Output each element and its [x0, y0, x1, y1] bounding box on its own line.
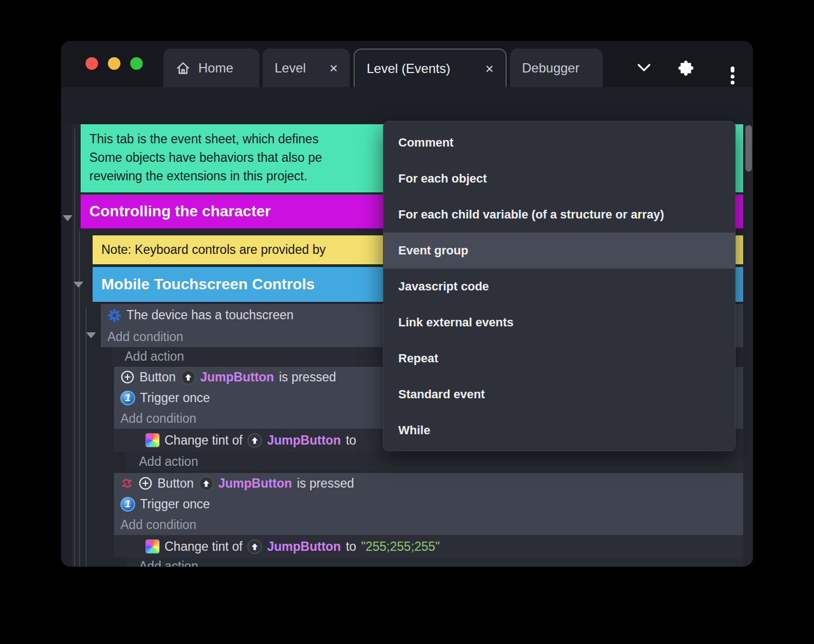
action-text: Change tint of	[165, 539, 242, 554]
menu-item-while[interactable]: While	[384, 412, 735, 448]
collapse-caret-icon[interactable]	[63, 215, 72, 221]
note-text: Note: Keyboard controls are provided by	[101, 242, 326, 257]
action-text: to	[346, 539, 356, 554]
addons-button[interactable]	[675, 56, 701, 80]
collapse-caret-icon[interactable]	[86, 332, 96, 338]
event-jumpbutton-not-pressed-block[interactable]: Button JumpButton is pressed 1 Trigger o…	[114, 473, 743, 535]
object-name: JumpButton	[267, 433, 341, 448]
tab-home[interactable]: Home	[163, 48, 259, 87]
tint-value: "255;255;255"	[361, 539, 440, 554]
jumpbutton-object-icon	[247, 433, 262, 448]
tint-palette-icon	[145, 433, 160, 447]
tab-level-events-label: Level (Events)	[367, 61, 450, 76]
jumpbutton-object-icon	[199, 476, 214, 491]
zoom-window-button[interactable]	[130, 57, 143, 70]
menu-item-javascript-code[interactable]: Javascript code	[384, 269, 735, 305]
add-condition-link[interactable]: Add condition	[114, 514, 743, 535]
kebab-menu-icon	[731, 66, 734, 70]
add-event-context-menu: Comment For each object For each child v…	[383, 121, 736, 451]
jumpbutton-object-icon	[181, 370, 196, 385]
vertical-scrollbar-thumb[interactable]	[745, 125, 752, 172]
add-action-link[interactable]: Add action	[126, 452, 743, 471]
trigger-once-icon: 1	[120, 497, 135, 512]
tab-bar: Home Level × Level (Events) × Debugger	[61, 41, 753, 87]
tab-level[interactable]: Level ×	[263, 48, 350, 87]
tab-home-label: Home	[198, 60, 233, 76]
jumpbutton-object-icon	[247, 539, 262, 554]
home-icon	[175, 60, 191, 76]
main-menu-button[interactable]	[719, 56, 745, 80]
tab-debugger[interactable]: Debugger	[510, 48, 603, 87]
chevron-down-icon	[635, 63, 653, 74]
condition-text: is pressed	[279, 370, 336, 385]
toolbar	[61, 87, 753, 124]
condition-text: Trigger once	[140, 497, 210, 512]
menu-item-repeat[interactable]: Repeat	[384, 341, 735, 376]
action-change-tint[interactable]: Change tint of JumpButton to "255;255;25…	[114, 535, 743, 558]
menu-item-link-external-events[interactable]: Link external events	[384, 305, 735, 341]
menu-item-event-group[interactable]: Event group	[384, 233, 735, 269]
close-window-button[interactable]	[86, 57, 98, 70]
tab-level-label: Level	[275, 60, 306, 76]
touch-gear-icon	[107, 308, 122, 323]
menu-item-comment[interactable]: Comment	[384, 125, 735, 161]
object-name: JumpButton	[267, 539, 341, 554]
trigger-once-icon: 1	[120, 391, 135, 405]
group-title: Mobile Touchscreen Controls	[101, 276, 315, 293]
indent-rail	[86, 307, 87, 567]
button-plugin-icon	[120, 370, 135, 384]
minimize-window-button[interactable]	[108, 57, 120, 70]
object-name: JumpButton	[201, 370, 274, 385]
action-text: to	[346, 433, 356, 448]
menu-item-for-each-object[interactable]: For each object	[384, 161, 735, 197]
indent-rail	[74, 129, 75, 567]
tab-list-dropdown-button[interactable]	[631, 56, 657, 80]
menu-item-for-each-child-variable[interactable]: For each child variable (of a structure …	[384, 197, 735, 233]
inverted-condition-icon	[120, 477, 133, 490]
add-action-link[interactable]: Add action	[126, 558, 743, 567]
tab-level-events[interactable]: Level (Events) ×	[354, 48, 507, 87]
tint-palette-icon	[145, 539, 160, 554]
group-title: Controlling the character	[89, 203, 271, 220]
menu-item-standard-event[interactable]: Standard event	[384, 376, 735, 412]
condition-text: is pressed	[297, 476, 354, 491]
collapse-caret-icon[interactable]	[74, 282, 83, 288]
tab-debugger-label: Debugger	[522, 60, 579, 76]
condition-text: The device has a touchscreen	[126, 308, 294, 323]
close-tab-icon[interactable]: ×	[330, 61, 338, 75]
condition-text: Trigger once	[140, 391, 210, 405]
sheet-gutter	[61, 124, 72, 567]
puzzle-icon	[678, 59, 697, 77]
action-text: Change tint of	[165, 433, 242, 448]
app-window: Home Level × Level (Events) × Debugger	[61, 41, 753, 567]
condition-text: Button	[157, 476, 194, 491]
close-tab-icon[interactable]: ×	[485, 62, 494, 76]
object-name: JumpButton	[218, 476, 292, 491]
button-plugin-icon	[138, 476, 153, 490]
condition-text: Button	[139, 370, 176, 385]
